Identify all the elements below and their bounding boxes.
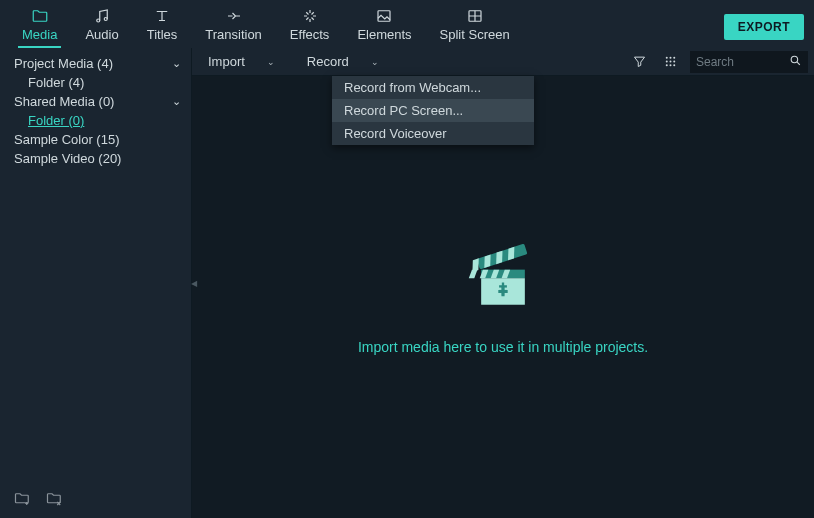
search-input[interactable] [696, 55, 789, 69]
folder-icon [31, 7, 49, 25]
svg-point-7 [666, 61, 668, 63]
tree-folder-4[interactable]: Folder (4) [0, 73, 191, 92]
tab-splitscreen[interactable]: Split Screen [426, 3, 524, 48]
dd-record-screen[interactable]: Record PC Screen... [332, 99, 534, 122]
search-box[interactable] [690, 51, 808, 73]
grid-view-icon[interactable] [655, 54, 686, 69]
record-label: Record [307, 54, 349, 69]
svg-point-11 [670, 64, 672, 66]
filter-icon[interactable] [624, 54, 655, 69]
main-area: Project Media (4) ⌄ Folder (4) Shared Me… [0, 48, 814, 518]
svg-point-0 [97, 19, 100, 22]
sidebar-footer [14, 491, 64, 510]
canvas-hint: Import media here to use it in multiple … [358, 339, 648, 355]
tab-label: Titles [147, 27, 178, 42]
tab-label: Transition [205, 27, 262, 42]
tab-audio[interactable]: Audio [71, 3, 132, 48]
tab-transition[interactable]: Transition [191, 3, 276, 48]
chevron-down-icon: ⌄ [172, 93, 181, 110]
sidebar: Project Media (4) ⌄ Folder (4) Shared Me… [0, 48, 192, 518]
collapse-handle[interactable]: ◀ [191, 263, 197, 303]
tree-sample-color[interactable]: Sample Color (15) [0, 130, 191, 149]
tab-label: Audio [85, 27, 118, 42]
import-label: Import [208, 54, 245, 69]
svg-rect-20 [469, 269, 478, 278]
tab-elements[interactable]: Elements [343, 3, 425, 48]
sparkle-icon [301, 7, 319, 25]
svg-rect-16 [484, 254, 490, 268]
search-icon [789, 54, 802, 70]
svg-point-10 [666, 64, 668, 66]
music-icon [93, 7, 111, 25]
tree-sample-video[interactable]: Sample Video (20) [0, 149, 191, 168]
import-button[interactable]: Import ⌄ [192, 48, 291, 75]
top-tab-bar: Media Audio Titles Transition Effects El… [0, 0, 814, 48]
tree-label: Folder (4) [28, 74, 181, 91]
text-icon [153, 7, 171, 25]
tree-shared-media[interactable]: Shared Media (0) ⌄ [0, 92, 191, 111]
record-button[interactable]: Record ⌄ [291, 48, 395, 75]
tab-label: Elements [357, 27, 411, 42]
new-folder-icon[interactable] [14, 491, 32, 510]
chevron-down-icon: ⌄ [267, 57, 275, 67]
svg-point-9 [673, 61, 675, 63]
tab-label: Split Screen [440, 27, 510, 42]
tree-folder-0[interactable]: Folder (0) [0, 111, 191, 130]
chevron-down-icon: ⌄ [371, 57, 379, 67]
media-tree: Project Media (4) ⌄ Folder (4) Shared Me… [0, 48, 191, 168]
dd-record-voiceover[interactable]: Record Voiceover [332, 122, 534, 145]
tree-label: Project Media (4) [14, 55, 172, 72]
clapperboard-icon [464, 240, 542, 321]
tree-label: Folder (0) [28, 112, 181, 129]
tab-label: Media [22, 27, 57, 42]
dd-record-webcam[interactable]: Record from Webcam... [332, 76, 534, 99]
tree-label: Shared Media (0) [14, 93, 172, 110]
svg-point-1 [104, 18, 107, 21]
remove-folder-icon[interactable] [46, 491, 64, 510]
svg-point-6 [673, 57, 675, 59]
content-toolbar: Import ⌄ Record ⌄ Record from Webc [192, 48, 814, 76]
tab-titles[interactable]: Titles [133, 3, 192, 48]
tree-project-media[interactable]: Project Media (4) ⌄ [0, 54, 191, 73]
svg-point-13 [791, 56, 798, 63]
tab-media[interactable]: Media [8, 3, 71, 48]
chevron-down-icon: ⌄ [172, 55, 181, 72]
svg-rect-18 [508, 246, 514, 260]
svg-point-8 [670, 61, 672, 63]
splitscreen-icon [466, 7, 484, 25]
export-button[interactable]: EXPORT [724, 14, 804, 40]
svg-rect-17 [496, 250, 502, 264]
tree-label: Sample Video (20) [14, 150, 181, 167]
tree-label: Sample Color (15) [14, 131, 181, 148]
image-icon [375, 7, 393, 25]
transition-icon [225, 7, 243, 25]
svg-point-4 [666, 57, 668, 59]
svg-point-12 [673, 64, 675, 66]
tab-label: Effects [290, 27, 330, 42]
tab-effects[interactable]: Effects [276, 3, 344, 48]
svg-point-5 [670, 57, 672, 59]
content-panel: ◀ Import ⌄ Record ⌄ [192, 48, 814, 518]
record-dropdown: Record from Webcam... Record PC Screen..… [332, 76, 534, 145]
